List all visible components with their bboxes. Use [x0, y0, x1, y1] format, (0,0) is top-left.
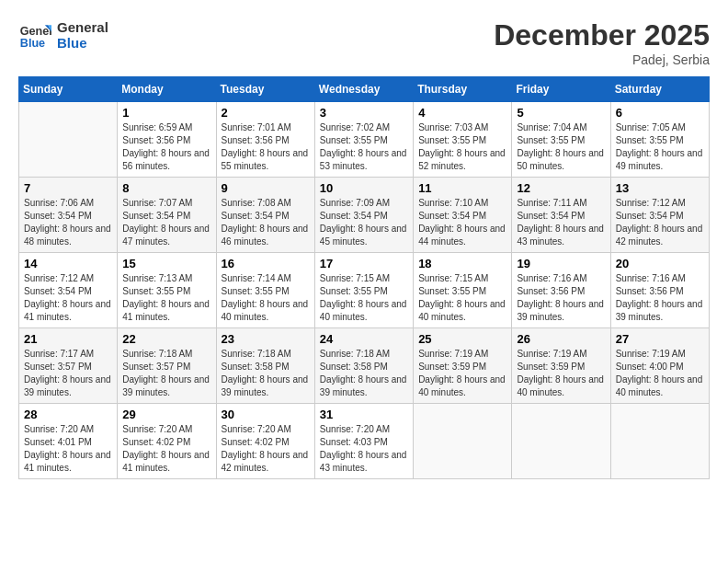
weekday-header-row: SundayMondayTuesdayWednesdayThursdayFrid… — [19, 77, 710, 102]
calendar-cell: 22Sunrise: 7:18 AMSunset: 3:57 PMDayligh… — [118, 328, 216, 404]
day-info: Sunrise: 7:19 AMSunset: 4:00 PMDaylight:… — [616, 348, 704, 399]
location: Padej, Serbia — [494, 52, 710, 67]
weekday-header-thursday: Thursday — [414, 77, 512, 102]
calendar-cell: 11Sunrise: 7:10 AMSunset: 3:54 PMDayligh… — [414, 178, 512, 253]
day-number: 7 — [24, 181, 112, 195]
logo: General Blue General Blue — [18, 18, 108, 52]
calendar-cell: 20Sunrise: 7:16 AMSunset: 3:56 PMDayligh… — [610, 253, 709, 328]
day-number: 5 — [517, 106, 605, 120]
day-info: Sunrise: 7:10 AMSunset: 3:54 PMDaylight:… — [418, 197, 506, 248]
day-number: 2 — [222, 106, 310, 120]
day-info: Sunrise: 7:06 AMSunset: 3:54 PMDaylight:… — [24, 197, 112, 248]
day-number: 20 — [616, 257, 704, 270]
weekday-header-sunday: Sunday — [19, 77, 118, 102]
day-number: 31 — [320, 408, 408, 421]
day-number: 14 — [24, 257, 112, 270]
day-info: Sunrise: 7:03 AMSunset: 3:55 PMDaylight:… — [418, 121, 506, 173]
calendar-cell: 6Sunrise: 7:05 AMSunset: 3:55 PMDaylight… — [610, 102, 709, 178]
calendar-cell: 7Sunrise: 7:06 AMSunset: 3:54 PMDaylight… — [19, 178, 118, 253]
calendar-table: SundayMondayTuesdayWednesdayThursdayFrid… — [18, 76, 710, 479]
weekday-header-friday: Friday — [512, 77, 610, 102]
day-info: Sunrise: 7:12 AMSunset: 3:54 PMDaylight:… — [24, 272, 112, 324]
day-info: Sunrise: 7:13 AMSunset: 3:55 PMDaylight:… — [122, 272, 210, 324]
calendar-cell: 12Sunrise: 7:11 AMSunset: 3:54 PMDayligh… — [512, 178, 610, 253]
day-number: 26 — [517, 332, 605, 346]
day-info: Sunrise: 7:07 AMSunset: 3:54 PMDaylight:… — [122, 197, 210, 248]
day-number: 6 — [616, 106, 704, 120]
calendar-cell: 18Sunrise: 7:15 AMSunset: 3:55 PMDayligh… — [414, 253, 512, 328]
day-number: 17 — [320, 257, 408, 270]
calendar-cell: 10Sunrise: 7:09 AMSunset: 3:54 PMDayligh… — [314, 178, 413, 253]
page-header: General Blue General Blue December 2025 … — [18, 18, 710, 67]
calendar-cell: 3Sunrise: 7:02 AMSunset: 3:55 PMDaylight… — [314, 102, 413, 178]
day-info: Sunrise: 7:01 AMSunset: 3:56 PMDaylight:… — [222, 121, 310, 173]
title-area: December 2025 Padej, Serbia — [494, 18, 710, 67]
day-number: 12 — [517, 181, 605, 195]
calendar-cell: 23Sunrise: 7:18 AMSunset: 3:58 PMDayligh… — [216, 328, 314, 404]
day-info: Sunrise: 7:18 AMSunset: 3:57 PMDaylight:… — [122, 348, 210, 399]
weekday-header-tuesday: Tuesday — [216, 77, 314, 102]
calendar-cell — [414, 404, 512, 479]
day-info: Sunrise: 7:12 AMSunset: 3:54 PMDaylight:… — [616, 197, 704, 248]
calendar-cell: 14Sunrise: 7:12 AMSunset: 3:54 PMDayligh… — [19, 253, 118, 328]
calendar-week-row: 14Sunrise: 7:12 AMSunset: 3:54 PMDayligh… — [19, 253, 710, 328]
day-info: Sunrise: 7:20 AMSunset: 4:02 PMDaylight:… — [122, 423, 210, 475]
day-info: Sunrise: 7:11 AMSunset: 3:54 PMDaylight:… — [517, 197, 605, 248]
calendar-cell — [512, 404, 610, 479]
day-number: 25 — [418, 332, 506, 346]
day-info: Sunrise: 7:18 AMSunset: 3:58 PMDaylight:… — [320, 348, 408, 399]
month-title: December 2025 — [494, 18, 710, 52]
calendar-cell: 26Sunrise: 7:19 AMSunset: 3:59 PMDayligh… — [512, 328, 610, 404]
calendar-cell: 16Sunrise: 7:14 AMSunset: 3:55 PMDayligh… — [216, 253, 314, 328]
day-info: Sunrise: 7:15 AMSunset: 3:55 PMDaylight:… — [320, 272, 408, 324]
day-number: 23 — [222, 332, 310, 346]
day-info: Sunrise: 7:20 AMSunset: 4:02 PMDaylight:… — [222, 423, 310, 475]
weekday-header-saturday: Saturday — [610, 77, 709, 102]
calendar-cell: 13Sunrise: 7:12 AMSunset: 3:54 PMDayligh… — [610, 178, 709, 253]
calendar-cell: 4Sunrise: 7:03 AMSunset: 3:55 PMDaylight… — [414, 102, 512, 178]
day-number: 29 — [122, 408, 210, 421]
day-info: Sunrise: 7:20 AMSunset: 4:01 PMDaylight:… — [24, 423, 112, 475]
day-info: Sunrise: 7:04 AMSunset: 3:55 PMDaylight:… — [517, 121, 605, 173]
day-info: Sunrise: 7:16 AMSunset: 3:56 PMDaylight:… — [517, 272, 605, 324]
calendar-cell: 15Sunrise: 7:13 AMSunset: 3:55 PMDayligh… — [118, 253, 216, 328]
calendar-cell: 21Sunrise: 7:17 AMSunset: 3:57 PMDayligh… — [19, 328, 118, 404]
calendar-cell: 30Sunrise: 7:20 AMSunset: 4:02 PMDayligh… — [216, 404, 314, 479]
day-number: 30 — [222, 408, 310, 421]
day-info: Sunrise: 7:17 AMSunset: 3:57 PMDaylight:… — [24, 348, 112, 399]
calendar-cell: 1Sunrise: 6:59 AMSunset: 3:56 PMDaylight… — [118, 102, 216, 178]
day-number: 21 — [24, 332, 112, 346]
day-info: Sunrise: 7:19 AMSunset: 3:59 PMDaylight:… — [418, 348, 506, 399]
day-info: Sunrise: 7:09 AMSunset: 3:54 PMDaylight:… — [320, 197, 408, 248]
calendar-cell: 17Sunrise: 7:15 AMSunset: 3:55 PMDayligh… — [314, 253, 413, 328]
day-info: Sunrise: 7:16 AMSunset: 3:56 PMDaylight:… — [616, 272, 704, 324]
day-info: Sunrise: 7:20 AMSunset: 4:03 PMDaylight:… — [320, 423, 408, 475]
day-number: 28 — [24, 408, 112, 421]
logo-icon: General Blue — [18, 18, 51, 52]
calendar-cell: 25Sunrise: 7:19 AMSunset: 3:59 PMDayligh… — [414, 328, 512, 404]
day-number: 16 — [222, 257, 310, 270]
day-number: 15 — [122, 257, 210, 270]
day-number: 27 — [616, 332, 704, 346]
calendar-cell — [610, 404, 709, 479]
weekday-header-monday: Monday — [118, 77, 216, 102]
calendar-week-row: 28Sunrise: 7:20 AMSunset: 4:01 PMDayligh… — [19, 404, 710, 479]
calendar-cell: 9Sunrise: 7:08 AMSunset: 3:54 PMDaylight… — [216, 178, 314, 253]
calendar-cell: 28Sunrise: 7:20 AMSunset: 4:01 PMDayligh… — [19, 404, 118, 479]
calendar-week-row: 21Sunrise: 7:17 AMSunset: 3:57 PMDayligh… — [19, 328, 710, 404]
day-number: 22 — [122, 332, 210, 346]
day-number: 18 — [418, 257, 506, 270]
day-number: 19 — [517, 257, 605, 270]
weekday-header-wednesday: Wednesday — [314, 77, 413, 102]
calendar-cell: 19Sunrise: 7:16 AMSunset: 3:56 PMDayligh… — [512, 253, 610, 328]
day-number: 10 — [320, 181, 408, 195]
day-info: Sunrise: 7:14 AMSunset: 3:55 PMDaylight:… — [222, 272, 310, 324]
day-number: 3 — [320, 106, 408, 120]
calendar-week-row: 1Sunrise: 6:59 AMSunset: 3:56 PMDaylight… — [19, 102, 710, 178]
day-number: 4 — [418, 106, 506, 120]
calendar-cell: 8Sunrise: 7:07 AMSunset: 3:54 PMDaylight… — [118, 178, 216, 253]
calendar-cell: 31Sunrise: 7:20 AMSunset: 4:03 PMDayligh… — [314, 404, 413, 479]
calendar-week-row: 7Sunrise: 7:06 AMSunset: 3:54 PMDaylight… — [19, 178, 710, 253]
day-info: Sunrise: 7:02 AMSunset: 3:55 PMDaylight:… — [320, 121, 408, 173]
calendar-cell — [19, 102, 118, 178]
